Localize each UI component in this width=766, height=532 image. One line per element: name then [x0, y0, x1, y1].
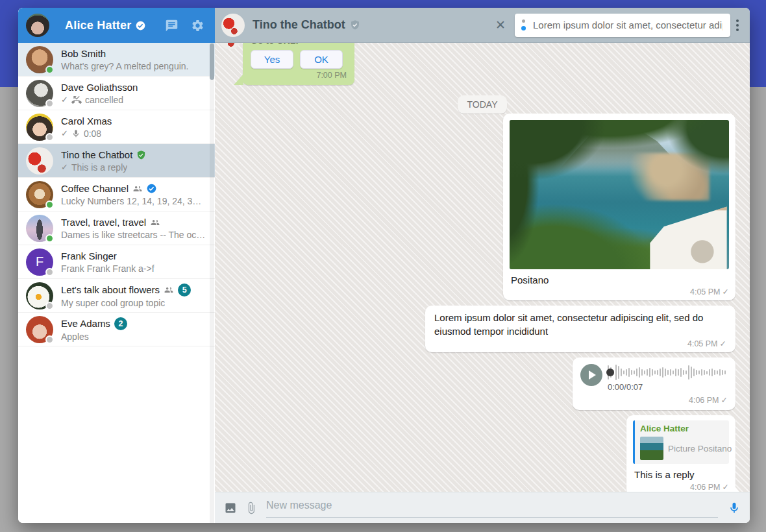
avatar: [26, 282, 53, 309]
chat-last-message: Frank Frank Frank a->f: [61, 263, 154, 274]
chat-row-travel[interactable]: Travel, travel, travel Dames is like str…: [18, 212, 215, 245]
text-message: Lorem ipsum dolor sit amet, consectetur …: [425, 306, 735, 352]
attach-file-icon[interactable]: [245, 502, 258, 514]
chat-row-frank-singer[interactable]: F Frank Singer Frank Frank Frank a->f: [18, 245, 215, 279]
offline-status-dot: [45, 99, 54, 108]
avatar: [26, 181, 53, 208]
quote-text: Picture Positano: [668, 444, 732, 453]
offline-status-dot: [45, 133, 54, 141]
verified-badge-icon: [136, 21, 145, 30]
ok-button[interactable]: OK: [300, 50, 343, 69]
chat-row-flowers[interactable]: Let's talk about flowers 5 My super cool…: [18, 279, 215, 313]
message-time: 7:00 PM: [251, 71, 347, 80]
bubble-tail: [735, 486, 743, 492]
chat-last-message: My super cool group topic: [61, 298, 165, 308]
avatar: F: [26, 248, 53, 276]
sidebar-scrollbar-track[interactable]: [210, 43, 214, 523]
chat-row-tino-the-chatbot[interactable]: Tino the Chatbot ✓ This is a reply: [18, 144, 215, 178]
self-name: Alice Hatter: [65, 19, 131, 32]
online-status-dot: [45, 234, 54, 243]
search-value: Lorem ipsum dolor sit amet, consectetur …: [533, 19, 723, 30]
group-icon: [164, 285, 174, 295]
conversation-title: Tino the Chatbot: [253, 18, 345, 32]
group-icon: [132, 184, 143, 193]
group-icon: [150, 218, 160, 227]
chat-row-carol-xmas[interactable]: Carol Xmas ✓ 0:08: [18, 110, 215, 144]
chat-name: Eve Adams: [61, 318, 110, 330]
chat-last-message: What's grey? A melted penguin.: [61, 61, 188, 71]
conversation-panel: Tino the Chatbot ✕ Lorem ipsum dolor sit…: [215, 8, 750, 523]
search-input[interactable]: Lorem ipsum dolor sit amet, consectetur …: [515, 14, 730, 37]
play-button[interactable]: [580, 364, 602, 386]
voice-waveform[interactable]: [608, 364, 728, 381]
sidebar: Alice Hatter Bob Smith: [18, 8, 215, 523]
unread-count-badge: 2: [114, 317, 127, 330]
sent-check-icon: ✓: [720, 339, 726, 348]
sent-check-icon: ✓: [61, 128, 68, 138]
conversation-avatar[interactable]: [221, 14, 245, 37]
chat-last-message: Apples: [61, 332, 89, 342]
message-text: Lorem ipsum dolor sit amet, consectetur …: [434, 311, 726, 338]
bot-keyboard-message: Go to URL: Yes OK 7:00 PM: [243, 43, 354, 85]
chat-app-window: Alice Hatter Bob Smith: [18, 8, 750, 523]
online-status-dot: [45, 200, 54, 209]
new-message-input[interactable]: New message: [266, 498, 718, 518]
chat-last-message: This is a reply: [71, 162, 127, 173]
avatar-initial: F: [36, 254, 43, 269]
message-time: 4:06 PM: [690, 483, 721, 492]
composer-bar: New message: [215, 492, 750, 523]
outgoing-messages: Positano 4:05 PM✓ Lorem ipsum dolor sit …: [229, 114, 735, 492]
chat-last-message: Dames is like streetcars -- The oceans i…: [61, 230, 206, 240]
message-time: 4:05 PM: [687, 339, 718, 348]
online-status-dot: [45, 66, 54, 74]
bot-shield-icon: [350, 19, 360, 30]
chat-row-eve-adams[interactable]: Eve Adams 2 Apples: [18, 313, 215, 346]
quoted-message[interactable]: Alice Hatter Picture Positano: [633, 420, 729, 464]
avatar: [26, 80, 53, 107]
chat-last-message: cancelled: [85, 95, 123, 105]
desktop-background: Alice Hatter Bob Smith: [0, 0, 766, 532]
chat-list: Bob Smith What's grey? A melted penguin.…: [18, 43, 215, 523]
bubble-tail: [234, 74, 243, 85]
chat-name: Let's talk about flowers: [61, 284, 160, 296]
photo-message: Positano 4:05 PM✓: [503, 114, 735, 300]
chat-row-coffee-channel[interactable]: Coffee Channel Lucky Numbers 12, 14, 19,…: [18, 178, 215, 212]
play-icon: [589, 370, 596, 380]
settings-gear-icon[interactable]: [191, 19, 204, 32]
chat-name: Frank Singer: [61, 250, 117, 262]
kebab-menu-icon[interactable]: [736, 19, 739, 31]
bot-message-avatar: [218, 43, 241, 49]
chat-name: Bob Smith: [61, 48, 106, 60]
quote-author: Alice Hatter: [640, 424, 725, 433]
close-search-icon[interactable]: ✕: [495, 19, 506, 31]
yes-button[interactable]: Yes: [251, 50, 293, 69]
avatar: [26, 46, 53, 73]
attach-image-icon[interactable]: [224, 502, 237, 514]
positano-photo[interactable]: [510, 120, 729, 269]
avatar: [26, 114, 53, 141]
message-time: 4:05 PM: [690, 287, 721, 296]
avatar: [26, 316, 53, 343]
quote-photo-thumbnail: [640, 437, 663, 460]
chat-name: Coffee Channel: [61, 183, 129, 195]
sent-check-icon: ✓: [723, 483, 729, 492]
chat-name: Tino the Chatbot: [61, 149, 132, 161]
sent-check-icon: ✓: [61, 95, 68, 104]
new-chat-icon[interactable]: [165, 19, 179, 32]
chat-row-bob-smith[interactable]: Bob Smith What's grey? A melted penguin.: [18, 43, 215, 77]
date-divider: TODAY: [458, 95, 508, 114]
cancelled-call-icon: [71, 95, 82, 105]
reply-message: Alice Hatter Picture Positano This is a …: [626, 415, 735, 492]
chat-row-dave-goliathsson[interactable]: Dave Goliathsson ✓ cancelled: [18, 77, 215, 110]
avatar: [26, 215, 53, 242]
photo-caption: Positano: [511, 274, 728, 285]
voice-message-mic-icon: [71, 129, 80, 138]
record-voice-mic-icon[interactable]: [728, 502, 741, 514]
offline-status-dot: [45, 268, 54, 276]
conversation-header: Tino the Chatbot ✕ Lorem ipsum dolor sit…: [215, 8, 750, 43]
sidebar-scrollbar-thumb[interactable]: [210, 43, 214, 80]
self-avatar[interactable]: [26, 14, 49, 37]
message-time: 4:06 PM: [689, 396, 719, 405]
message-scroll-area[interactable]: Go to URL: Yes OK 7:00 PM TODAY: [215, 43, 750, 492]
voice-position: 0:00/0:07: [608, 382, 728, 392]
